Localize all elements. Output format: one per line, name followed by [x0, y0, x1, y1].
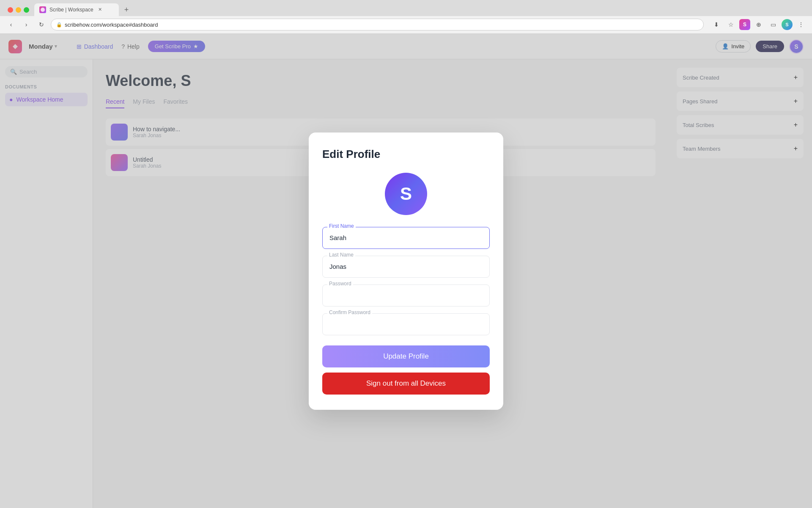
password-input[interactable]: [322, 284, 490, 306]
avatar: S: [385, 173, 427, 215]
signout-all-devices-button[interactable]: Sign out from all Devices: [322, 373, 490, 395]
minimize-window-button[interactable]: [16, 7, 21, 13]
browser-actions: ⬇ ☆ S ⊕ ▭ S ⋮: [710, 19, 807, 30]
forward-button[interactable]: ›: [20, 19, 32, 30]
confirm-password-field: Confirm Password: [322, 313, 490, 335]
bookmark-icon[interactable]: ☆: [725, 19, 737, 30]
first-name-input[interactable]: [322, 227, 490, 249]
modal-title: Edit Profile: [322, 148, 490, 161]
confirm-password-input[interactable]: [322, 313, 490, 335]
last-name-input[interactable]: [322, 256, 490, 278]
download-icon[interactable]: ⬇: [710, 19, 722, 30]
extensions-icon[interactable]: ⊕: [753, 19, 765, 30]
tab-close-button[interactable]: ✕: [97, 6, 104, 13]
lock-icon: 🔒: [56, 22, 62, 28]
svg-point-0: [41, 8, 45, 12]
modal-backdrop[interactable]: Edit Profile S First Name Last Name Pass…: [0, 34, 812, 508]
refresh-button[interactable]: ↻: [36, 19, 47, 30]
new-tab-button[interactable]: +: [121, 4, 132, 16]
last-name-field: Last Name: [322, 256, 490, 278]
url-text: scribehow.com/workspace#dashboard: [65, 22, 158, 28]
maximize-window-button[interactable]: [24, 7, 29, 13]
sidebar-toggle-icon[interactable]: ▭: [767, 19, 779, 30]
confirm-password-label: Confirm Password: [327, 309, 372, 315]
url-bar[interactable]: 🔒 scribehow.com/workspace#dashboard: [51, 19, 704, 30]
update-profile-button[interactable]: Update Profile: [322, 345, 490, 367]
edit-profile-modal: Edit Profile S First Name Last Name Pass…: [309, 133, 503, 410]
app-background: Monday ▾ ⊞ Dashboard ? Help Get Scribe P…: [0, 34, 812, 508]
tab-favicon: [39, 6, 46, 13]
browser-menu-icon[interactable]: ⋮: [795, 19, 807, 30]
browser-chrome: Scribe | Workspace ✕ + ‹ › ↻ 🔒 scribehow…: [0, 0, 812, 34]
browser-tab-active[interactable]: Scribe | Workspace ✕: [34, 3, 119, 16]
address-bar-row: ‹ › ↻ 🔒 scribehow.com/workspace#dashboar…: [0, 16, 812, 33]
traffic-lights: [4, 7, 33, 16]
avatar-container: S: [322, 173, 490, 215]
browser-profile-icon[interactable]: S: [782, 19, 793, 30]
last-name-label: Last Name: [327, 252, 355, 258]
password-field: Password: [322, 284, 490, 306]
close-window-button[interactable]: [8, 7, 13, 13]
extension-scribe-icon[interactable]: S: [739, 19, 750, 30]
password-label: Password: [327, 281, 353, 287]
first-name-field: First Name: [322, 227, 490, 249]
tab-bar: Scribe | Workspace ✕ +: [0, 0, 812, 16]
tab-title: Scribe | Workspace: [49, 7, 93, 13]
first-name-label: First Name: [327, 223, 356, 229]
back-button[interactable]: ‹: [5, 19, 17, 30]
